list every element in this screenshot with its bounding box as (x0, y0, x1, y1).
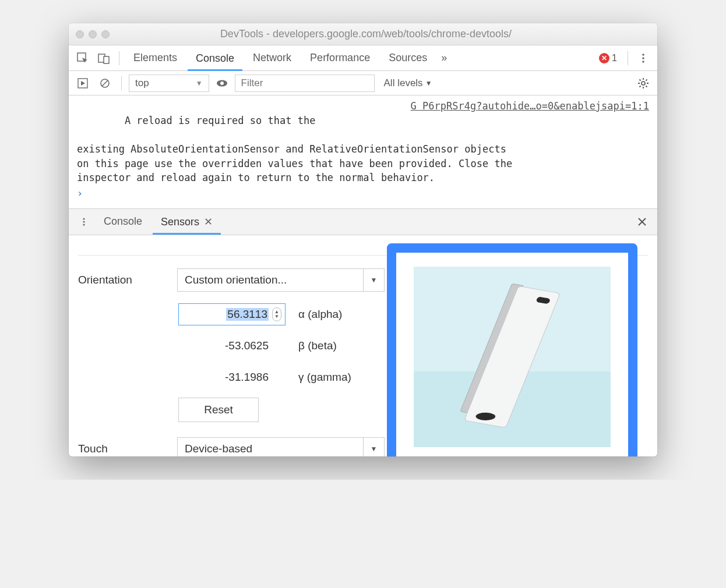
live-expression-icon[interactable] (213, 74, 231, 93)
log-text-4: inspector and reload again to return to … (77, 171, 649, 185)
beta-label: β (beta) (298, 339, 337, 352)
execution-play-icon[interactable] (73, 74, 92, 93)
error-icon: ✕ (599, 53, 609, 63)
alpha-label: α (alpha) (298, 308, 342, 321)
inspect-element-icon[interactable] (73, 49, 92, 68)
console-toolbar: top ▼ All levels ▼ (69, 71, 657, 95)
clear-console-icon[interactable] (96, 74, 114, 93)
svg-line-17 (646, 86, 647, 87)
chevron-down-icon: ▼ (363, 438, 384, 456)
device-toolbar-icon[interactable] (94, 49, 113, 68)
more-tabs-icon[interactable]: » (438, 52, 450, 64)
orientation-label: Orientation (78, 274, 165, 286)
tab-sources[interactable]: Sources (380, 45, 435, 70)
orientation-select[interactable]: Custom orientation... ▼ (177, 268, 385, 292)
alpha-value: 56.3113 (226, 308, 269, 321)
svg-point-4 (642, 57, 644, 59)
beta-input[interactable]: -53.0625 (178, 335, 286, 357)
svg-point-11 (642, 82, 645, 85)
error-count-badge[interactable]: ✕ 1 (594, 53, 622, 63)
touch-select[interactable]: Device-based ▼ (177, 437, 385, 456)
window-title: DevTools - developers.google.com/web/too… (82, 28, 650, 40)
stepper-icon[interactable]: ▲▼ (272, 307, 281, 321)
orientation-select-value: Custom orientation... (178, 274, 294, 286)
drawer-tab-console[interactable]: Console (96, 209, 150, 235)
reset-button[interactable]: Reset (178, 398, 259, 422)
svg-rect-2 (104, 56, 109, 63)
error-count: 1 (612, 53, 617, 63)
console-prompt[interactable]: › (69, 185, 657, 201)
tab-performance[interactable]: Performance (302, 45, 378, 70)
drawer-tabbar: Console Sensors ✕ (69, 208, 657, 235)
sensors-panel: Orientation Custom orientation... ▼ 56.3… (69, 235, 657, 456)
tab-elements[interactable]: Elements (125, 45, 185, 70)
alpha-input[interactable]: 56.3113 ▲▼ (178, 303, 286, 325)
svg-line-19 (646, 79, 647, 80)
execution-context-select[interactable]: top ▼ (129, 75, 209, 92)
kebab-menu-icon[interactable] (634, 49, 653, 68)
svg-line-8 (102, 80, 108, 86)
separator (119, 51, 119, 65)
titlebar: DevTools - developers.google.com/web/too… (69, 23, 657, 45)
separator (121, 76, 122, 90)
svg-point-22 (83, 224, 84, 225)
log-levels-select[interactable]: All levels ▼ (378, 77, 438, 89)
chevron-down-icon: ▼ (425, 79, 432, 87)
console-log-area: A reload is required so that the G P6rpR… (69, 95, 657, 208)
drawer-tab-sensors[interactable]: Sensors ✕ (153, 209, 221, 235)
gamma-label: γ (gamma) (298, 371, 351, 384)
svg-point-3 (642, 54, 644, 56)
tab-console[interactable]: Console (188, 46, 242, 71)
svg-point-20 (83, 218, 84, 219)
orientation-preview-highlight (387, 243, 637, 456)
separator (628, 51, 628, 65)
touch-label: Touch (78, 442, 165, 455)
console-settings-icon[interactable] (634, 74, 653, 93)
svg-line-18 (640, 86, 641, 87)
beta-value: -53.0625 (225, 339, 269, 352)
devtools-window: DevTools - developers.google.com/web/too… (69, 23, 657, 456)
filter-input[interactable] (235, 75, 375, 92)
main-tabbar: Elements Console Network Performance Sou… (69, 45, 657, 71)
drawer-kebab-icon[interactable] (75, 212, 93, 231)
chevron-down-icon: ▼ (363, 269, 384, 291)
tab-network[interactable]: Network (245, 45, 299, 70)
touch-select-value: Device-based (178, 442, 259, 455)
svg-line-16 (640, 79, 641, 80)
log-text-2: existing AbsoluteOrientationSensor and R… (77, 142, 649, 157)
log-text-3: on this page use the overridden values t… (77, 157, 649, 171)
close-tab-icon[interactable]: ✕ (204, 215, 213, 228)
chevron-down-icon: ▼ (196, 79, 203, 87)
levels-label: All levels (384, 77, 423, 89)
phone-model[interactable] (466, 281, 559, 432)
context-value: top (135, 77, 149, 89)
drawer-tab-sensors-label: Sensors (161, 216, 199, 228)
log-text-1: A reload is required so that the (125, 115, 316, 126)
gamma-value: -31.1986 (225, 371, 269, 384)
log-message: A reload is required so that the G P6rpR… (69, 99, 657, 142)
svg-point-10 (220, 82, 224, 85)
close-drawer-icon[interactable] (633, 212, 651, 231)
gamma-input[interactable]: -31.1986 (178, 366, 286, 388)
svg-point-21 (83, 221, 84, 222)
orientation-preview[interactable] (414, 267, 611, 447)
svg-point-5 (642, 61, 644, 63)
log-source-link[interactable]: G P6rpRSr4g?autohide…o=0&enablejsapi=1:1 (411, 99, 649, 142)
